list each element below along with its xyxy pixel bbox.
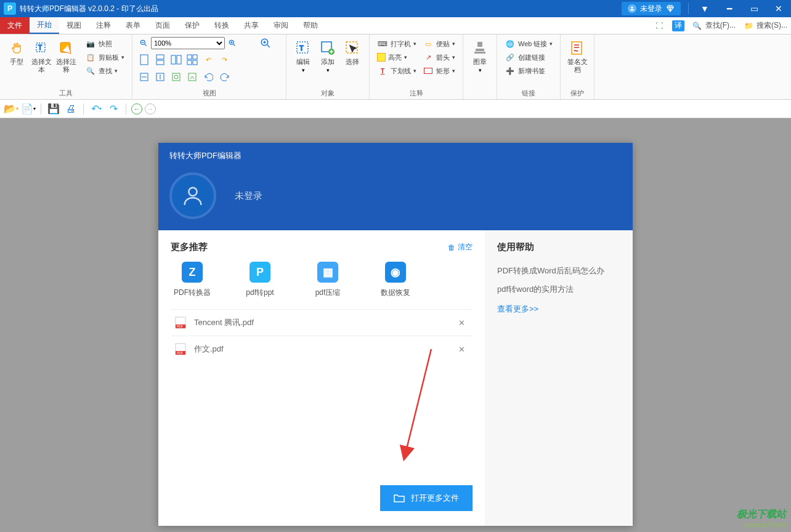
stamp-button[interactable]: 图章▾ [468, 37, 492, 76]
fit-height-icon[interactable] [153, 70, 167, 84]
pdf-file-icon: PDF [174, 316, 187, 329]
snapshot-button[interactable]: 📷快照 [83, 37, 127, 50]
edit-object-button[interactable]: T 编辑▾ [291, 37, 315, 76]
select-text-button[interactable]: T 选择文本 [30, 37, 53, 76]
clear-button[interactable]: 🗑 清空 [448, 242, 473, 252]
typewriter-button[interactable]: ⌨打字机▾ [375, 37, 419, 50]
svg-rect-20 [189, 73, 196, 81]
arrow-annot-button[interactable]: ↗箭头▾ [420, 50, 458, 64]
page-cont-icon[interactable] [153, 53, 167, 66]
qa-redo-button[interactable]: ↷ [106, 102, 121, 116]
menu-tab-help[interactable]: 帮助 [296, 17, 325, 34]
menu-tab-form[interactable]: 表单 [118, 17, 148, 34]
rotate-cw-icon[interactable]: ↷ [217, 53, 231, 66]
menu-bar: 文件 开始 视图 注释 表单 页面 保护 转换 共享 审阅 帮助 ⛶ 译 🔍查找… [0, 17, 791, 34]
window-dropdown-button[interactable]: ▼ [692, 0, 717, 17]
qa-nav-back-button[interactable]: ← [131, 103, 142, 115]
page-double-icon[interactable] [169, 53, 183, 66]
converter-icon: Z [182, 262, 203, 283]
rotate-left-icon[interactable] [201, 70, 215, 84]
menu-tab-convert[interactable]: 转换 [207, 17, 237, 34]
qa-nav-fwd-button[interactable]: → [145, 103, 156, 115]
menu-tab-start[interactable]: 开始 [30, 17, 59, 34]
svg-point-0 [631, 7, 633, 9]
menu-tab-protect[interactable]: 保护 [177, 17, 207, 34]
help-more-link[interactable]: 查看更多>> [497, 304, 620, 315]
clipboard-button[interactable]: 📋剪贴板▾ [83, 50, 127, 64]
quick-access-bar: 📂▾ 📄▾ 💾 🖨 ↶▾ ↷ ← → [0, 100, 791, 118]
find-button[interactable]: 🔍查找(F)... [688, 17, 739, 34]
rec-item-ppt[interactable]: P pdf转ppt [238, 262, 282, 298]
watermark: 极光下载站 www.xz7.com [737, 508, 786, 528]
arrow-icon: ↗ [423, 52, 434, 63]
hand-tool-button[interactable]: 手型 [5, 37, 28, 68]
menu-tab-review[interactable]: 审阅 [266, 17, 296, 34]
menu-tab-view[interactable]: 视图 [59, 17, 89, 34]
select-annot-button[interactable]: 选择注释 [54, 37, 78, 76]
zoom-in-button[interactable] [226, 37, 238, 49]
camera-icon: 📷 [85, 38, 96, 49]
rotate-right-icon[interactable] [217, 70, 231, 84]
menu-tab-page[interactable]: 页面 [148, 17, 177, 34]
find-tool-button[interactable]: 🔍查找▾ [83, 64, 127, 78]
select-object-icon [344, 39, 361, 57]
open-more-files-button[interactable]: 打开更多文件 [380, 485, 473, 511]
bookmark-icon: ➕ [505, 65, 516, 76]
qa-print-button[interactable]: 🖨 [63, 102, 78, 116]
rec-item-compress[interactable]: ▦ pdf压缩 [306, 262, 349, 298]
group-label-annot: 注释 [375, 88, 458, 98]
highlight-button[interactable]: 高亮▾ [375, 50, 419, 64]
add-bookmark-button[interactable]: ➕新增书签 [502, 64, 555, 78]
window-close-button[interactable]: ✕ [766, 0, 791, 17]
group-label-tools: 工具 [5, 88, 127, 98]
user-status-button[interactable]: 未登录 [622, 2, 681, 15]
add-object-button[interactable]: 添加▾ [316, 37, 339, 76]
svg-text:T: T [299, 44, 304, 52]
view-misc1-icon[interactable] [169, 70, 183, 84]
menu-file[interactable]: 文件 [0, 17, 30, 34]
fit-page-button[interactable]: ⛶ [650, 17, 668, 34]
menu-tab-share[interactable]: 共享 [237, 17, 266, 34]
rect-annot-button[interactable]: 矩形▾ [420, 64, 458, 78]
login-status-text: 未登录 [640, 4, 662, 14]
ribbon-group-annot: ⌨打字机▾ 高亮▾ T下划线▾ ▭便贴▾ ↗箭头▾ 矩形▾ 注释 [370, 34, 463, 99]
zoom-out-button[interactable] [137, 37, 150, 49]
zoom-big-button[interactable] [259, 37, 272, 49]
sign-doc-button[interactable]: 签名文档 [566, 37, 589, 76]
rec-item-recover[interactable]: ◉ 数据恢复 [374, 262, 417, 298]
file-name: Tencent 腾讯.pdf [194, 317, 455, 328]
zoom-select[interactable]: 100% [151, 37, 225, 49]
rec-item-converter[interactable]: Z PDF转换器 [171, 262, 214, 298]
rotate-ccw-icon[interactable]: ↶ [201, 53, 215, 66]
view-misc2-icon[interactable] [185, 70, 199, 84]
sticky-note-button[interactable]: ▭便贴▾ [420, 37, 458, 50]
qa-open-button[interactable]: 📂▾ [4, 102, 18, 116]
file-remove-button[interactable]: ✕ [455, 345, 469, 354]
help-link-1[interactable]: PDF转换成Word后乱码怎么办 [497, 262, 620, 280]
file-remove-button[interactable]: ✕ [455, 318, 469, 328]
create-link-button[interactable]: 🔗创建链接 [502, 50, 555, 64]
underline-button[interactable]: T下划线▾ [375, 64, 419, 78]
recover-icon: ◉ [385, 262, 406, 283]
recent-file-row[interactable]: PDF Tencent 腾讯.pdf ✕ [171, 309, 473, 336]
page-dcont-icon[interactable] [185, 53, 199, 66]
page-single-icon[interactable] [137, 53, 151, 66]
rect-icon [423, 65, 434, 76]
fit-width-icon[interactable] [137, 70, 151, 84]
menu-tab-annot[interactable]: 注释 [89, 17, 118, 34]
svg-text:T: T [38, 44, 42, 51]
select-object-button[interactable]: 选择 [341, 37, 364, 68]
recent-file-row[interactable]: PDF 作文.pdf ✕ [171, 336, 473, 362]
qa-save-button[interactable]: 💾 [46, 102, 61, 116]
svg-rect-12 [187, 55, 192, 59]
window-minimize-button[interactable]: ━ [717, 0, 742, 17]
avatar-large-icon[interactable] [169, 172, 216, 219]
window-maximize-button[interactable]: ▭ [742, 0, 766, 17]
web-link-button[interactable]: 🌐Web 链接▾ [502, 37, 555, 50]
translate-button[interactable]: 译 [668, 17, 688, 34]
help-link-2[interactable]: pdf转word的实用方法 [497, 280, 620, 299]
qa-new-button[interactable]: 📄▾ [21, 102, 36, 116]
ribbon-group-view: 100% ↶ ↷ 视图 [132, 34, 286, 99]
qa-undo-button[interactable]: ↶▾ [89, 102, 103, 116]
search-button[interactable]: 📁搜索(S)... [739, 17, 791, 34]
